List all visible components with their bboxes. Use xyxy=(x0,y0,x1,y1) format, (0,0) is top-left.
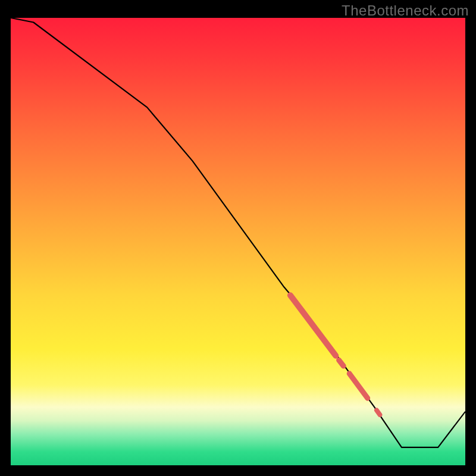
highlight-segment-3 xyxy=(377,411,380,415)
chart-container: TheBottleneck.com xyxy=(0,0,476,476)
highlight-segment-0 xyxy=(290,295,336,356)
data-line xyxy=(11,18,465,447)
highlight-segment-2 xyxy=(349,374,368,398)
watermark-text: TheBottleneck.com xyxy=(342,2,469,19)
highlight-segment-1 xyxy=(339,360,344,366)
chart-svg xyxy=(11,18,465,465)
plot-area xyxy=(11,18,465,465)
